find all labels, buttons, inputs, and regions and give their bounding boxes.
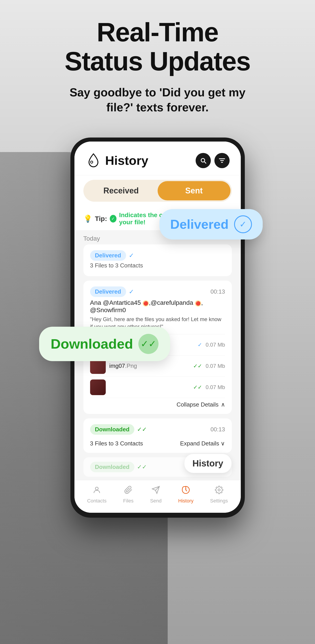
- check-blue-icon: ✓: [129, 252, 134, 259]
- nav-contacts-label: Contacts: [87, 498, 107, 504]
- nav-files[interactable]: Files: [123, 486, 134, 504]
- nav-contacts[interactable]: Contacts: [87, 486, 107, 504]
- file-size-2: 0.07 Mb: [206, 363, 225, 369]
- expanded-check-icon: ✓: [129, 288, 134, 296]
- expand-files-count: 3 Files to 3 Contacts: [90, 440, 143, 447]
- file-thumb-img-3: [90, 380, 106, 395]
- floating-delivered-text: Delivered: [170, 217, 228, 232]
- partial-check-icon: ✓✓: [137, 464, 147, 470]
- contacts-icon: [92, 486, 101, 496]
- file-row-3: ✓✓ 0.07 Mb: [90, 376, 225, 398]
- tabs-row: Received Sent: [84, 180, 232, 202]
- expand-details-row[interactable]: 3 Files to 3 Contacts Expand Details ∨: [90, 437, 225, 447]
- status-badge-downloaded: Downloaded: [90, 424, 134, 435]
- bulb-icon: 💡: [84, 214, 92, 223]
- tab-sent[interactable]: Sent: [158, 181, 230, 200]
- filter-icon: [218, 157, 226, 164]
- badge-1: 🔴: [143, 300, 149, 306]
- files-icon: [124, 486, 132, 496]
- header-buttons: [196, 153, 230, 168]
- item-recipients: Ana @Antartica45 🔴,@carefulpanda 🔴,@Snow…: [90, 299, 225, 314]
- downloaded-item-time: 00:13: [210, 426, 225, 433]
- expanded-item-time: 00:13: [210, 288, 225, 295]
- app-title-text: History: [105, 153, 148, 168]
- svg-point-0: [90, 161, 93, 163]
- settings-icon: [215, 486, 223, 496]
- floating-delivered-check-icon: ✓: [234, 215, 252, 233]
- downloaded-check-icon: ✓✓: [137, 426, 147, 433]
- app-logo-icon: [86, 153, 101, 168]
- nav-send[interactable]: Send: [150, 486, 162, 504]
- tip-check-icon: ✓: [110, 215, 116, 222]
- nav-settings[interactable]: Settings: [210, 486, 228, 504]
- filter-button[interactable]: [214, 153, 230, 168]
- hero-title: Real-TimeStatus Updates: [64, 18, 250, 76]
- tip-label: Tip:: [95, 215, 107, 222]
- file-name-2: img07.Png: [109, 362, 190, 370]
- file-check-single-1: ✓: [198, 342, 202, 348]
- app-logo-title: History: [86, 153, 148, 168]
- svg-point-2: [218, 489, 220, 491]
- tab-received[interactable]: Received: [85, 181, 158, 200]
- file-size-3: 0.07 Mb: [206, 384, 225, 390]
- expanded-item-header: Delivered ✓ 00:13: [90, 286, 225, 297]
- nav-settings-label: Settings: [210, 498, 228, 504]
- file-size-1: 0.07 Mb: [206, 342, 225, 348]
- nav-send-label: Send: [150, 498, 162, 504]
- status-badge-delivered: Delivered: [90, 250, 126, 261]
- history-badge-text: History: [192, 458, 223, 468]
- file-check-double-3: ✓✓: [193, 384, 202, 390]
- content-wrapper: Real-TimeStatus Updates Say goodbye to '…: [0, 0, 315, 518]
- badge-2: 🔴: [195, 300, 201, 306]
- history-floating-badge: History: [184, 454, 232, 473]
- summary-item-header: Delivered ✓: [90, 250, 225, 261]
- nav-history[interactable]: History: [178, 486, 194, 504]
- nav-files-label: Files: [123, 498, 134, 504]
- bottom-nav: Contacts Files Send: [74, 480, 241, 513]
- summary-files-contacts: 3 Files to 3 Contacts: [90, 261, 225, 270]
- search-icon: [200, 157, 207, 164]
- expanded-header-left: Delivered ✓: [90, 286, 134, 297]
- collapse-label: Collapse Details: [176, 401, 219, 408]
- partial-status-badge: Downloaded: [90, 462, 134, 472]
- downloaded-item-header: Downloaded ✓✓ 00:13: [90, 424, 225, 435]
- app-header: History: [74, 142, 241, 175]
- send-icon: [152, 486, 160, 496]
- floating-downloaded-check-icon: ✓✓: [138, 334, 158, 354]
- history-item-summary-delivered: Delivered ✓ 3 Files to 3 Contacts: [84, 244, 232, 276]
- collapse-details-button[interactable]: Collapse Details ∧: [90, 398, 225, 408]
- downloaded-header-left: Downloaded ✓✓: [90, 424, 147, 435]
- file-thumb-3: [90, 380, 106, 395]
- collapse-chevron-icon: ∧: [221, 401, 225, 408]
- expand-label: Expand Details ∨: [180, 440, 225, 447]
- history-item-downloaded-collapsed: Downloaded ✓✓ 00:13 3 Files to 3 Contact…: [84, 418, 232, 453]
- hero-subtitle: Say goodbye to 'Did you get my file?' te…: [68, 85, 247, 115]
- expanded-status-badge: Delivered: [90, 286, 126, 297]
- nav-history-label: History: [178, 498, 194, 504]
- history-icon: [182, 486, 190, 496]
- phone-container: Delivered ✓ Downloaded ✓✓ History: [66, 138, 249, 518]
- svg-point-1: [96, 487, 98, 490]
- search-button[interactable]: [196, 153, 211, 168]
- floating-downloaded-text: Downloaded: [51, 336, 133, 352]
- tabs-container: Received Sent: [74, 175, 241, 207]
- floating-downloaded-badge: Downloaded ✓✓: [39, 327, 170, 361]
- file-check-double-2: ✓✓: [193, 363, 202, 369]
- floating-delivered-badge: Delivered ✓: [160, 209, 262, 240]
